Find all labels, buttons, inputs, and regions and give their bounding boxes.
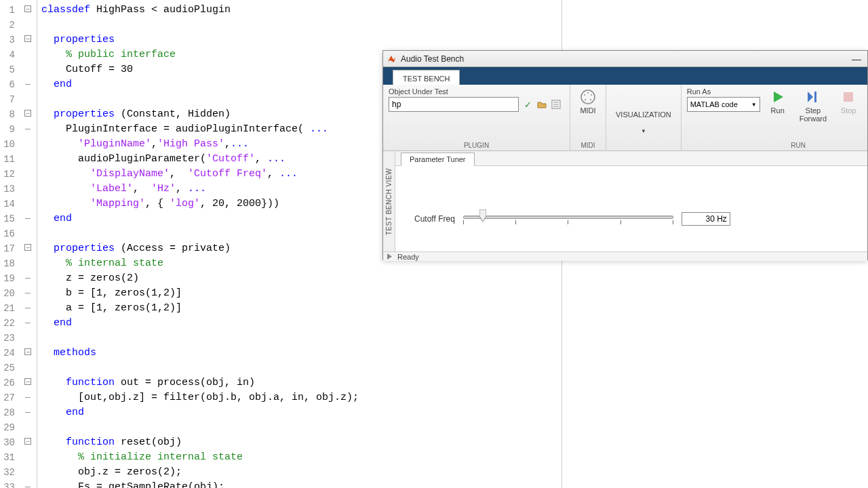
tab-parameter-tuner[interactable]: Parameter Tuner bbox=[401, 152, 475, 166]
slider-ticks bbox=[463, 220, 673, 224]
midi-button[interactable]: MIDI bbox=[576, 87, 600, 116]
cutoff-value-input[interactable] bbox=[682, 212, 730, 226]
midi-label: MIDI bbox=[580, 106, 595, 115]
slider-track bbox=[463, 216, 673, 219]
run-as-select[interactable]: MATLAB code ▼ bbox=[687, 97, 760, 112]
group-visualization: VISUALIZATION ▼ bbox=[606, 85, 682, 150]
run-as-label: Run As bbox=[687, 87, 760, 96]
toolstrip: Object Under Test ✓ PLUGIN MIDI bbox=[383, 85, 867, 151]
svg-point-6 bbox=[584, 94, 585, 96]
view-label: TEST BENCH VIEW bbox=[385, 168, 393, 235]
tuner-tab-bar: Parameter Tuner bbox=[395, 151, 867, 166]
properties-icon[interactable] bbox=[550, 98, 562, 110]
chevron-down-icon: ▼ bbox=[751, 102, 757, 108]
group-plugin-label: PLUGIN bbox=[383, 142, 570, 149]
stop-button[interactable]: Stop bbox=[836, 87, 861, 131]
group-midi: MIDI MIDI bbox=[570, 85, 606, 150]
stop-icon bbox=[840, 89, 856, 105]
fold-gutter[interactable]: —————————— bbox=[19, 0, 37, 488]
validate-icon[interactable]: ✓ bbox=[521, 98, 534, 110]
status-play-icon bbox=[386, 253, 393, 260]
status-bar: Ready bbox=[383, 251, 867, 261]
visualization-button[interactable]: VISUALIZATION ▼ bbox=[612, 109, 675, 136]
view-selector-sidebar[interactable]: TEST BENCH VIEW bbox=[383, 151, 395, 251]
chevron-down-icon: ▼ bbox=[641, 128, 646, 134]
play-icon bbox=[770, 89, 786, 105]
toolstrip-tab-bar: TEST BENCH bbox=[383, 67, 867, 85]
status-text: Ready bbox=[397, 253, 419, 261]
group-run: Run As MATLAB code ▼ Run Step Forward bbox=[682, 85, 868, 150]
group-run-label: RUN bbox=[682, 142, 868, 149]
visualization-label: VISUALIZATION bbox=[616, 110, 671, 119]
title-bar[interactable]: Audio Test Bench — bbox=[383, 51, 867, 67]
open-icon[interactable] bbox=[536, 98, 548, 110]
svg-point-9 bbox=[590, 99, 591, 100]
object-under-test-input[interactable] bbox=[389, 97, 519, 112]
minimize-button[interactable]: — bbox=[850, 54, 863, 64]
svg-point-5 bbox=[587, 92, 589, 94]
svg-point-7 bbox=[591, 94, 592, 96]
midi-icon bbox=[580, 89, 596, 105]
step-icon bbox=[805, 89, 821, 105]
group-plugin: Object Under Test ✓ PLUGIN bbox=[383, 85, 570, 150]
matlab-icon bbox=[387, 54, 397, 64]
line-number-gutter: 1234567891011121314151617181920212223242… bbox=[0, 0, 19, 488]
test-bench-body: TEST BENCH VIEW Parameter Tuner Cutoff F… bbox=[383, 151, 867, 251]
object-under-test-label: Object Under Test bbox=[389, 87, 564, 96]
run-button[interactable]: Run bbox=[766, 87, 790, 131]
group-midi-label: MIDI bbox=[570, 142, 606, 149]
tab-test-bench[interactable]: TEST BENCH bbox=[393, 70, 460, 85]
svg-rect-11 bbox=[844, 92, 853, 102]
param-label: Cutoff Freq bbox=[414, 214, 455, 224]
step-forward-button[interactable]: Step Forward bbox=[795, 87, 831, 131]
window-title: Audio Test Bench bbox=[401, 54, 850, 64]
cutoff-slider[interactable] bbox=[463, 212, 673, 226]
audio-test-bench-window: Audio Test Bench — TEST BENCH Object Und… bbox=[382, 50, 868, 260]
svg-rect-10 bbox=[814, 92, 816, 102]
svg-point-8 bbox=[585, 99, 586, 100]
parameter-tuner-panel: Cutoff Freq bbox=[395, 166, 867, 251]
